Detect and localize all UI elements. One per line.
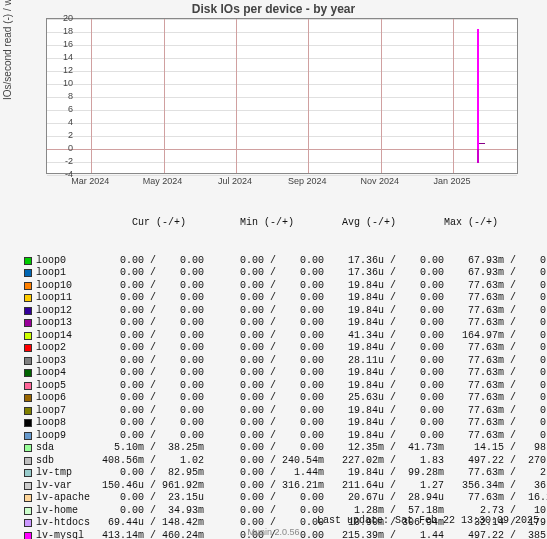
legend-label: lv-apache 0.00 / 23.15u 0.00 / 0.00 20.6…: [36, 492, 547, 505]
gridline-h: [47, 162, 517, 163]
y-tick: 2: [47, 130, 73, 140]
chart-container: Disk IOs per device - by year IOs/second…: [0, 0, 547, 539]
legend-label: loop5 0.00 / 0.00 0.00 / 0.00 19.84u / 0…: [36, 380, 547, 393]
legend-swatch: [24, 257, 32, 265]
legend-row: loop0 0.00 / 0.00 0.00 / 0.00 17.36u / 0…: [24, 255, 530, 268]
gridline-v: [308, 19, 309, 173]
gridline-h: [47, 58, 517, 59]
legend-swatch: [24, 482, 32, 490]
legend-swatch: [24, 469, 32, 477]
legend-row: loop2 0.00 / 0.00 0.00 / 0.00 19.84u / 0…: [24, 342, 530, 355]
legend-label: loop11 0.00 / 0.00 0.00 / 0.00 19.84u / …: [36, 292, 547, 305]
legend-label: lv-var 150.46u / 961.92m 0.00 / 316.21m …: [36, 480, 547, 493]
legend-row: loop13 0.00 / 0.00 0.00 / 0.00 19.84u / …: [24, 317, 530, 330]
legend-swatch: [24, 369, 32, 377]
gridline-h: [47, 136, 517, 137]
legend-swatch: [24, 382, 32, 390]
gridline-h: [47, 71, 517, 72]
gridline-v: [236, 19, 237, 173]
legend-label: loop14 0.00 / 0.00 0.00 / 0.00 41.34u / …: [36, 330, 547, 343]
legend-row: loop5 0.00 / 0.00 0.00 / 0.00 19.84u / 0…: [24, 380, 530, 393]
legend-label: loop8 0.00 / 0.00 0.00 / 0.00 19.84u / 0…: [36, 417, 547, 430]
legend-row: loop7 0.00 / 0.00 0.00 / 0.00 19.84u / 0…: [24, 405, 530, 418]
legend-row: loop14 0.00 / 0.00 0.00 / 0.00 41.34u / …: [24, 330, 530, 343]
y-tick: 4: [47, 117, 73, 127]
legend-header: Cur (-/+) Min (-/+) Avg (-/+) Max (-/+): [36, 217, 530, 230]
legend-row: lv-tmp 0.00 / 82.95m 0.00 / 1.44m 19.84u…: [24, 467, 530, 480]
gridline-v: [381, 19, 382, 173]
gridline-v: [453, 19, 454, 173]
legend-row: loop11 0.00 / 0.00 0.00 / 0.00 19.84u / …: [24, 292, 530, 305]
gridline-h: [47, 32, 517, 33]
legend-label: loop4 0.00 / 0.00 0.00 / 0.00 19.84u / 0…: [36, 367, 547, 380]
legend-swatch: [24, 332, 32, 340]
legend-row: loop4 0.00 / 0.00 0.00 / 0.00 19.84u / 0…: [24, 367, 530, 380]
legend-label: loop12 0.00 / 0.00 0.00 / 0.00 19.84u / …: [36, 305, 547, 318]
legend-swatch: [24, 419, 32, 427]
legend-row: loop8 0.00 / 0.00 0.00 / 0.00 19.84u / 0…: [24, 417, 530, 430]
legend-row: loop10 0.00 / 0.00 0.00 / 0.00 19.84u / …: [24, 280, 530, 293]
legend-label: loop10 0.00 / 0.00 0.00 / 0.00 19.84u / …: [36, 280, 547, 293]
legend-swatch: [24, 344, 32, 352]
y-tick: -2: [47, 156, 73, 166]
legend-label: loop1 0.00 / 0.00 0.00 / 0.00 17.36u / 0…: [36, 267, 547, 280]
y-tick: 18: [47, 26, 73, 36]
x-tick: Sep 2024: [277, 176, 337, 186]
gridline-h: [47, 149, 517, 150]
legend-row: lv-apache 0.00 / 23.15u 0.00 / 0.00 20.6…: [24, 492, 530, 505]
legend-label: loop3 0.00 / 0.00 0.00 / 0.00 28.11u / 0…: [36, 355, 547, 368]
legend-swatch: [24, 494, 32, 502]
data-spike: [477, 29, 479, 151]
y-tick: 6: [47, 104, 73, 114]
footer-text: Munin 2.0.56: [0, 527, 547, 537]
y-tick: 20: [47, 13, 73, 23]
x-tick: Jan 2025: [422, 176, 482, 186]
legend-swatch: [24, 294, 32, 302]
legend-label: sdb 408.56m / 1.02 0.00 / 240.54m 227.02…: [36, 455, 547, 468]
data-tail: [479, 143, 485, 153]
legend-label: loop2 0.00 / 0.00 0.00 / 0.00 19.84u / 0…: [36, 342, 547, 355]
legend-row: loop6 0.00 / 0.00 0.00 / 0.00 25.63u / 0…: [24, 392, 530, 405]
legend-label: loop6 0.00 / 0.00 0.00 / 0.00 25.63u / 0…: [36, 392, 547, 405]
legend-row: loop12 0.00 / 0.00 0.00 / 0.00 19.84u / …: [24, 305, 530, 318]
x-tick: Mar 2024: [60, 176, 120, 186]
legend-row: sda 5.10m / 38.25m 0.00 / 0.00 12.35m / …: [24, 442, 530, 455]
legend-swatch: [24, 282, 32, 290]
chart-title: Disk IOs per device - by year: [0, 2, 547, 16]
gridline-h: [47, 45, 517, 46]
last-update-text: Last update: Sat Feb 22 13:30:09 2025: [317, 515, 539, 526]
y-tick: 8: [47, 91, 73, 101]
legend-row: sdb 408.56m / 1.02 0.00 / 240.54m 227.02…: [24, 455, 530, 468]
legend-swatch: [24, 444, 32, 452]
y-tick: 14: [47, 52, 73, 62]
legend-row: loop1 0.00 / 0.00 0.00 / 0.00 17.36u / 0…: [24, 267, 530, 280]
legend-row: loop9 0.00 / 0.00 0.00 / 0.00 19.84u / 0…: [24, 430, 530, 443]
y-tick: 12: [47, 65, 73, 75]
gridline-v: [164, 19, 165, 173]
x-tick: Nov 2024: [350, 176, 410, 186]
legend-swatch: [24, 407, 32, 415]
y-tick: 10: [47, 78, 73, 88]
plot-area: [46, 18, 518, 174]
x-tick: Jul 2024: [205, 176, 265, 186]
y-tick: 16: [47, 39, 73, 49]
y-tick: 0: [47, 143, 73, 153]
legend-row: loop3 0.00 / 0.00 0.00 / 0.00 28.11u / 0…: [24, 355, 530, 368]
legend-swatch: [24, 432, 32, 440]
legend-row: lv-var 150.46u / 961.92m 0.00 / 316.21m …: [24, 480, 530, 493]
legend-label: loop9 0.00 / 0.00 0.00 / 0.00 19.84u / 0…: [36, 430, 547, 443]
legend-swatch: [24, 307, 32, 315]
legend-swatch: [24, 394, 32, 402]
gridline-h: [47, 110, 517, 111]
y-axis-label: IOs/second read (-) / write (+): [2, 0, 13, 100]
legend-swatch: [24, 457, 32, 465]
gridline-v: [91, 19, 92, 173]
x-tick: May 2024: [133, 176, 193, 186]
legend-swatch: [24, 319, 32, 327]
legend-swatch: [24, 269, 32, 277]
legend-swatch: [24, 357, 32, 365]
legend-label: lv-tmp 0.00 / 82.95m 0.00 / 1.44m 19.84u…: [36, 467, 547, 480]
legend-label: loop13 0.00 / 0.00 0.00 / 0.00 19.84u / …: [36, 317, 547, 330]
legend-label: sda 5.10m / 38.25m 0.00 / 0.00 12.35m / …: [36, 442, 547, 455]
gridline-h: [47, 123, 517, 124]
